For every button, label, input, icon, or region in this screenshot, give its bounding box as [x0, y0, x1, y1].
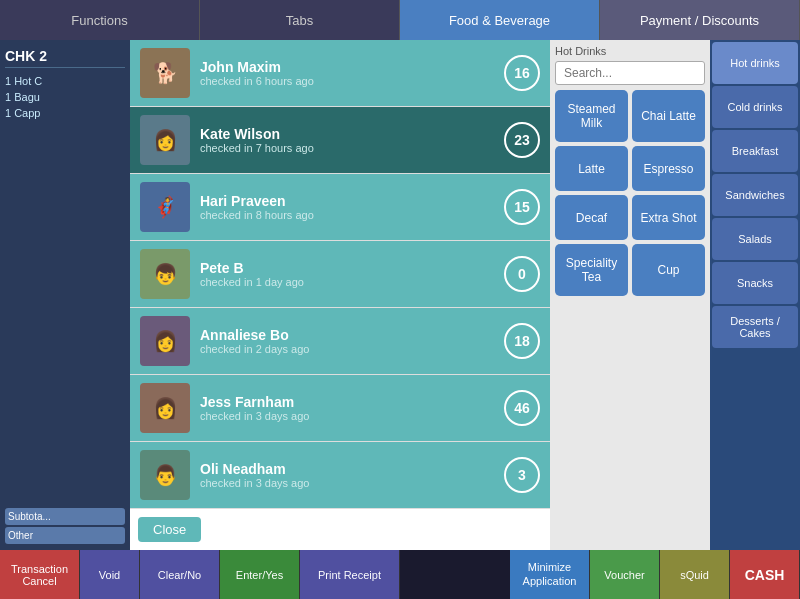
menu-btn-speciality-tea[interactable]: Speciality Tea	[555, 244, 628, 296]
customer-avatar-1: 👩	[140, 115, 190, 165]
customer-avatar-2: 🦸	[140, 182, 190, 232]
squid-btn[interactable]: sQuid	[660, 550, 730, 599]
customer-badge-6: 3	[504, 457, 540, 493]
food-beverage-panel: Hot Drinks Steamed Milk Chai Latte Latte…	[550, 40, 800, 550]
customer-badge-2: 15	[504, 189, 540, 225]
cat-hot-drinks[interactable]: Hot drinks	[712, 42, 798, 84]
customer-info-5: Jess Farnham checked in 3 days ago	[200, 394, 504, 422]
customer-name-3: Pete B	[200, 260, 504, 276]
menu-btn-grid-4: Speciality Tea Cup	[555, 244, 705, 296]
cat-snacks[interactable]: Snacks	[712, 262, 798, 304]
customer-avatar-3: 👦	[140, 249, 190, 299]
customer-info-3: Pete B checked in 1 day ago	[200, 260, 504, 288]
customer-item-4[interactable]: 👩 Annaliese Bo checked in 2 days ago 18	[130, 308, 550, 375]
customer-list-panel: 🐕 John Maxim checked in 6 hours ago 16 👩…	[130, 40, 550, 550]
customer-name-1: Kate Wilson	[200, 126, 504, 142]
category-sidebar: Hot drinks Cold drinks Breakfast Sandwic…	[710, 40, 800, 550]
customer-avatar-4: 👩	[140, 316, 190, 366]
menu-btn-grid-3: Decaf Extra Shot	[555, 195, 705, 240]
customer-info-0: John Maxim checked in 6 hours ago	[200, 59, 504, 87]
customer-name-6: Oli Neadham	[200, 461, 504, 477]
order-item-2: 1 Bagu	[5, 89, 125, 105]
customer-time-4: checked in 2 days ago	[200, 343, 504, 355]
order-item-1: 1 Hot C	[5, 73, 125, 89]
cat-breakfast[interactable]: Breakfast	[712, 130, 798, 172]
menu-btn-grid-1: Steamed Milk Chai Latte	[555, 90, 705, 142]
menu-btn-espresso[interactable]: Espresso	[632, 146, 705, 191]
close-button[interactable]: Close	[138, 517, 201, 542]
customer-item-2[interactable]: 🦸 Hari Praveen checked in 8 hours ago 15	[130, 174, 550, 241]
subtotal-label: Subtota...	[5, 508, 125, 525]
other-label: Other	[5, 527, 125, 544]
void-btn[interactable]: Void	[80, 550, 140, 599]
menu-btn-decaf[interactable]: Decaf	[555, 195, 628, 240]
clear-btn[interactable]: Clear/No	[140, 550, 220, 599]
customer-time-1: checked in 7 hours ago	[200, 142, 504, 154]
customer-item-3[interactable]: 👦 Pete B checked in 1 day ago 0	[130, 241, 550, 308]
customer-avatar-5: 👩	[140, 383, 190, 433]
customer-avatar-6: 👨	[140, 450, 190, 500]
enter-btn[interactable]: Enter/Yes	[220, 550, 300, 599]
customer-badge-3: 0	[504, 256, 540, 292]
customer-badge-4: 18	[504, 323, 540, 359]
search-label: Hot Drinks	[555, 45, 705, 57]
menu-btn-cup[interactable]: Cup	[632, 244, 705, 296]
customer-time-5: checked in 3 days ago	[200, 410, 504, 422]
menu-btn-extra-shot[interactable]: Extra Shot	[632, 195, 705, 240]
cat-cold-drinks[interactable]: Cold drinks	[712, 86, 798, 128]
top-nav: Functions Tabs Food & Beverage Payment /…	[0, 0, 800, 40]
customer-time-6: checked in 3 days ago	[200, 477, 504, 489]
customer-badge-1: 23	[504, 122, 540, 158]
menu-btn-latte[interactable]: Latte	[555, 146, 628, 191]
cat-salads[interactable]: Salads	[712, 218, 798, 260]
search-input[interactable]	[555, 61, 705, 85]
minimize-application-btn[interactable]: Minimize Application	[510, 550, 590, 599]
menu-grid: Hot Drinks Steamed Milk Chai Latte Latte…	[550, 40, 710, 550]
main-area: CHK 2 1 Hot C 1 Bagu 1 Capp Subtota... O…	[0, 40, 800, 550]
order-item-3: 1 Capp	[5, 105, 125, 121]
customer-badge-5: 46	[504, 390, 540, 426]
customer-name-0: John Maxim	[200, 59, 504, 75]
customer-item-6[interactable]: 👨 Oli Neadham checked in 3 days ago 3	[130, 442, 550, 509]
customer-name-4: Annaliese Bo	[200, 327, 504, 343]
cat-sandwiches[interactable]: Sandwiches	[712, 174, 798, 216]
voucher-btn[interactable]: Voucher	[590, 550, 660, 599]
customer-badge-0: 16	[504, 55, 540, 91]
bottom-bar: Transaction Cancel Void Clear/No Enter/Y…	[0, 550, 800, 599]
customer-list: 🐕 John Maxim checked in 6 hours ago 16 👩…	[130, 40, 550, 509]
customer-info-6: Oli Neadham checked in 3 days ago	[200, 461, 504, 489]
tab-payment[interactable]: Payment / Discounts	[600, 0, 800, 40]
tab-functions[interactable]: Functions	[0, 0, 200, 40]
cat-desserts[interactable]: Desserts / Cakes	[712, 306, 798, 348]
customer-time-3: checked in 1 day ago	[200, 276, 504, 288]
customer-name-2: Hari Praveen	[200, 193, 504, 209]
customer-item-5[interactable]: 👩 Jess Farnham checked in 3 days ago 46	[130, 375, 550, 442]
menu-btn-chai-latte[interactable]: Chai Latte	[632, 90, 705, 142]
cash-btn[interactable]: CASH	[730, 550, 800, 599]
chk-header: CHK 2	[5, 45, 125, 68]
tab-tabs[interactable]: Tabs	[200, 0, 400, 40]
left-panel: CHK 2 1 Hot C 1 Bagu 1 Capp Subtota... O…	[0, 40, 130, 550]
customer-item-0[interactable]: 🐕 John Maxim checked in 6 hours ago 16	[130, 40, 550, 107]
customer-time-0: checked in 6 hours ago	[200, 75, 504, 87]
customer-info-4: Annaliese Bo checked in 2 days ago	[200, 327, 504, 355]
close-btn-row: Close	[130, 509, 550, 550]
customer-time-2: checked in 8 hours ago	[200, 209, 504, 221]
transaction-cancel-btn[interactable]: Transaction Cancel	[0, 550, 80, 599]
customer-info-1: Kate Wilson checked in 7 hours ago	[200, 126, 504, 154]
customer-avatar-0: 🐕	[140, 48, 190, 98]
menu-btn-steamed-milk[interactable]: Steamed Milk	[555, 90, 628, 142]
customer-name-5: Jess Farnham	[200, 394, 504, 410]
tab-food-beverage[interactable]: Food & Beverage	[400, 0, 600, 40]
customer-info-2: Hari Praveen checked in 8 hours ago	[200, 193, 504, 221]
print-btn[interactable]: Print Receipt	[300, 550, 400, 599]
menu-btn-grid-2: Latte Espresso	[555, 146, 705, 191]
customer-item-1[interactable]: 👩 Kate Wilson checked in 7 hours ago 23	[130, 107, 550, 174]
